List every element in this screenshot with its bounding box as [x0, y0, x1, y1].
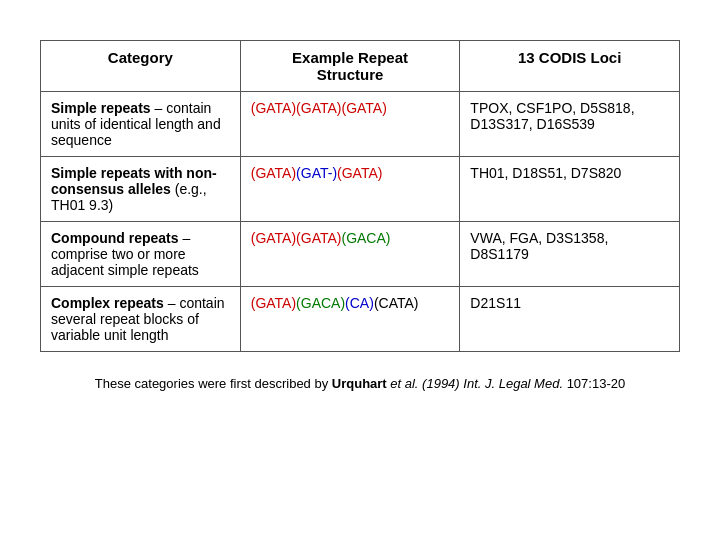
repeat-segment: (GATA)	[251, 230, 296, 246]
repeat-segment: (GATA)	[251, 295, 296, 311]
cell-example: (GATA)(GATA)(GACA)	[240, 222, 460, 287]
cell-example: (GATA)(GATA)(GATA)	[240, 92, 460, 157]
footer-prefix: These categories were first described by	[95, 376, 332, 391]
cell-example: (GATA)(GAT-)(GATA)	[240, 157, 460, 222]
repeat-segment: (GATA)	[251, 100, 296, 116]
repeat-segment: (GATA)	[296, 100, 341, 116]
repeat-segment: (CATA)	[374, 295, 419, 311]
table-row: Simple repeats – contain units of identi…	[41, 92, 680, 157]
repeat-segment: (GACA)	[296, 295, 345, 311]
table-row: Simple repeats with non-consensus allele…	[41, 157, 680, 222]
category-bold: Compound repeats	[51, 230, 179, 246]
cell-example: (GATA)(GACA)(CA)(CATA)	[240, 287, 460, 352]
header-example: Example RepeatStructure	[240, 41, 460, 92]
cell-category: Compound repeats – comprise two or more …	[41, 222, 241, 287]
category-bold: Simple repeats with non-consensus allele…	[51, 165, 217, 197]
category-bold: Simple repeats	[51, 100, 151, 116]
cell-category: Complex repeats – contain several repeat…	[41, 287, 241, 352]
footer-text: These categories were first described by…	[95, 376, 625, 391]
cell-codis: TPOX, CSF1PO, D5S818, D13S317, D16S539	[460, 92, 680, 157]
repeat-segment: (GACA)	[341, 230, 390, 246]
cell-codis: D21S11	[460, 287, 680, 352]
footer-authors-italic: et al.	[390, 376, 418, 391]
repeat-segment: (GATA)	[337, 165, 382, 181]
table-row: Compound repeats – comprise two or more …	[41, 222, 680, 287]
table-row: Complex repeats – contain several repeat…	[41, 287, 680, 352]
footer-suffix-italic: (1994) Int. J. Legal Med.	[418, 376, 563, 391]
cell-category: Simple repeats – contain units of identi…	[41, 92, 241, 157]
repeat-segment: (GATA)	[251, 165, 296, 181]
repeat-segment: (GATA)	[296, 230, 341, 246]
footer-suffix-plain: 107:13-20	[563, 376, 625, 391]
header-category: Category	[41, 41, 241, 92]
repeat-segment: (GAT-)	[296, 165, 337, 181]
category-bold: Complex repeats	[51, 295, 164, 311]
str-markers-table: Category Example RepeatStructure 13 CODI…	[40, 40, 680, 352]
footer-authors-bold: Urquhart	[332, 376, 391, 391]
repeat-segment: (GATA)	[341, 100, 386, 116]
repeat-segment: (CA)	[345, 295, 374, 311]
cell-codis: TH01, D18S51, D7S820	[460, 157, 680, 222]
cell-category: Simple repeats with non-consensus allele…	[41, 157, 241, 222]
header-codis: 13 CODIS Loci	[460, 41, 680, 92]
cell-codis: VWA, FGA, D3S1358, D8S1179	[460, 222, 680, 287]
